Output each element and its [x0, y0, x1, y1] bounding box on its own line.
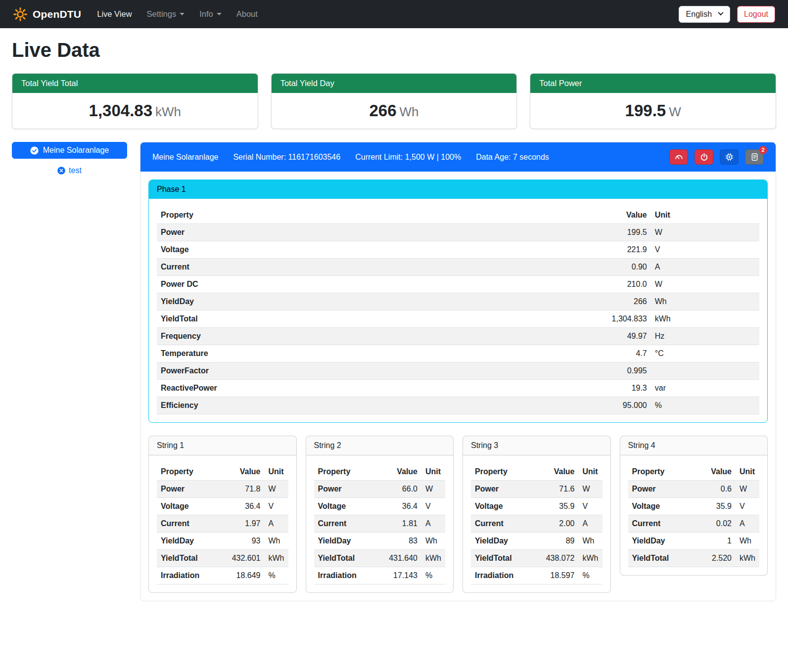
sun-logo-icon — [13, 7, 28, 22]
device-info-button[interactable] — [720, 149, 739, 165]
summary-card-value: 1,304.83 — [89, 101, 152, 120]
unit-cell: Hz — [651, 328, 759, 345]
property-cell: Irradiation — [157, 567, 217, 584]
unit-cell: V — [651, 241, 759, 259]
value-cell: 89 — [531, 533, 579, 550]
unit-cell: V — [579, 498, 603, 515]
property-cell: YieldDay — [628, 533, 694, 550]
string-card-body: PropertyValueUnitPower71.8WVoltage36.4VC… — [149, 455, 296, 592]
property-cell: Voltage — [471, 498, 531, 515]
table-row: Power66.0W — [314, 481, 446, 498]
nav-item-about[interactable]: About — [231, 5, 264, 23]
column-header: Unit — [579, 463, 603, 481]
value-cell: 93 — [217, 533, 265, 550]
table-row: Voltage35.9V — [628, 498, 760, 515]
value-cell: 83 — [374, 533, 421, 550]
language-select[interactable]: English — [679, 6, 730, 23]
unit-cell: kWh — [579, 550, 603, 567]
table-row: Power71.6W — [471, 481, 603, 498]
table-row: Voltage36.4V — [314, 498, 446, 515]
string-2-table: PropertyValueUnitPower66.0WVoltage36.4VC… — [314, 463, 446, 584]
string-card-title: String 1 — [149, 436, 296, 455]
property-cell: Current — [157, 259, 453, 276]
value-cell: 0.90 — [453, 259, 651, 276]
value-cell: 0.02 — [694, 515, 736, 533]
property-cell: ReactivePower — [157, 380, 453, 397]
inverter-link-test[interactable]: test — [12, 166, 127, 175]
page-title: Live Data — [12, 39, 776, 61]
value-cell: 19.3 — [453, 380, 651, 397]
string-card-body: PropertyValueUnitPower0.6WVoltage35.9VCu… — [620, 455, 768, 575]
property-cell: Power — [628, 481, 694, 498]
property-cell: Efficiency — [157, 397, 453, 414]
summary-card-body: 1,304.83kWh — [12, 93, 258, 129]
brand[interactable]: OpenDTU — [13, 7, 81, 22]
navbar: OpenDTU Live ViewSettingsInfoAbout Engli… — [0, 0, 788, 28]
unit-cell: Wh — [265, 533, 288, 550]
value-cell: 71.8 — [217, 481, 265, 498]
string-card: String 1PropertyValueUnitPower71.8WVolta… — [148, 436, 297, 593]
column-header: Property — [628, 463, 694, 481]
page: Live Data Total Yield Total1,304.83kWhTo… — [0, 28, 788, 615]
phase-title: Phase 1 — [149, 180, 767, 199]
property-cell: Power — [314, 481, 374, 498]
limit-settings-button[interactable] — [669, 149, 688, 165]
value-cell: 35.9 — [694, 498, 736, 515]
unit-cell: A — [651, 259, 759, 276]
phase-card: Phase 1 PropertyValueUnitPower199.5WVolt… — [148, 179, 768, 423]
table-row: Temperature4.7°C — [157, 345, 759, 362]
inverter-panel: Meine Solaranlage Serial Number: 1161716… — [140, 142, 776, 601]
table-header-row: PropertyValueUnit — [628, 463, 760, 481]
column-header: Value — [374, 463, 421, 481]
table-row: Current1.97A — [157, 515, 288, 533]
brand-name: OpenDTU — [33, 8, 81, 20]
unit-cell: W — [736, 481, 759, 498]
unit-cell: V — [736, 498, 759, 515]
inverter-panel-header: Meine Solaranlage Serial Number: 1161716… — [140, 142, 776, 172]
inverter-button-label: Meine Solaranlage — [43, 146, 109, 155]
nav-item-info[interactable]: Info — [193, 5, 228, 23]
unit-cell: A — [265, 515, 288, 533]
power-button[interactable] — [695, 149, 713, 165]
power-icon — [700, 153, 708, 161]
table-row: YieldDay266Wh — [157, 293, 759, 311]
table-row: YieldTotal438.072kWh — [471, 550, 603, 567]
value-cell: 1,304.833 — [453, 311, 651, 328]
summary-cards-row: Total Yield Total1,304.83kWhTotal Yield … — [12, 73, 776, 129]
value-cell: 431.640 — [374, 550, 421, 567]
string-card: String 2PropertyValueUnitPower66.0WVolta… — [306, 436, 454, 593]
table-row: Irradiation18.597% — [471, 567, 603, 584]
value-cell: 18.649 — [217, 567, 265, 584]
nav-item-live-view[interactable]: Live View — [91, 5, 138, 23]
value-cell: 36.4 — [374, 498, 421, 515]
event-log-button[interactable]: 2 — [745, 149, 764, 165]
value-cell: 2.00 — [531, 515, 579, 533]
table-row: Power0.6W — [628, 481, 760, 498]
property-cell: Voltage — [157, 498, 217, 515]
inverter-current-limit: Current Limit: 1,500 W | 100% — [355, 153, 461, 162]
property-cell: Current — [628, 515, 694, 533]
property-cell: YieldTotal — [157, 550, 217, 567]
journal-icon — [750, 153, 759, 161]
value-cell: 432.601 — [217, 550, 265, 567]
unit-cell: W — [421, 481, 445, 498]
table-row: YieldTotal2.520kWh — [628, 550, 760, 567]
unit-cell: kWh — [736, 550, 759, 567]
property-cell: Power DC — [157, 276, 453, 293]
string-card-body: PropertyValueUnitPower71.6WVoltage35.9VC… — [463, 455, 610, 592]
value-cell: 17.143 — [374, 567, 421, 584]
inverter-select-button[interactable]: Meine Solaranlage — [12, 142, 127, 159]
nav-item-settings[interactable]: Settings — [141, 5, 191, 23]
summary-card: Total Yield Total1,304.83kWh — [12, 73, 258, 129]
column-header: Value — [694, 463, 736, 481]
logout-button[interactable]: Logout — [737, 6, 775, 23]
string-card: String 4PropertyValueUnitPower0.6WVoltag… — [620, 436, 768, 576]
property-cell: YieldTotal — [314, 550, 374, 567]
table-row: YieldTotal432.601kWh — [157, 550, 288, 567]
string-card-body: PropertyValueUnitPower66.0WVoltage36.4VC… — [306, 455, 454, 592]
table-row: Power71.8W — [157, 481, 288, 498]
string-card: String 3PropertyValueUnitPower71.6WVolta… — [463, 436, 611, 593]
table-row: Irradiation17.143% — [314, 567, 446, 584]
value-cell: 2.520 — [694, 550, 736, 567]
property-cell: YieldDay — [157, 293, 453, 311]
